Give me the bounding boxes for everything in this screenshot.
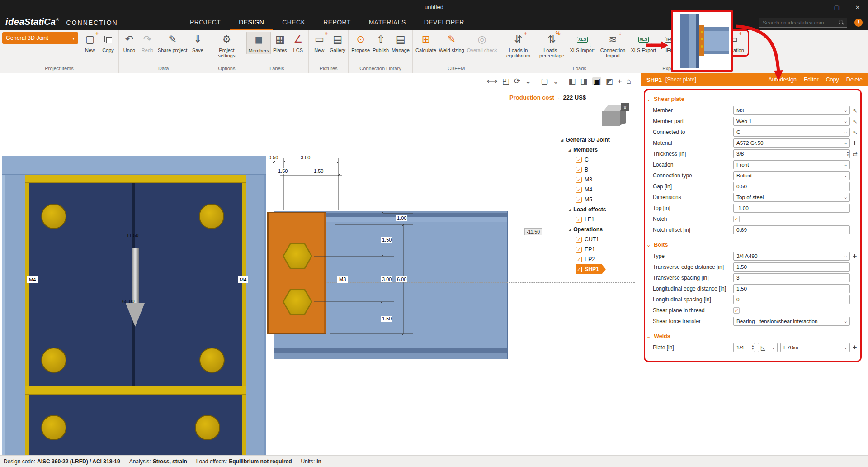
view-wireframe-icon[interactable]: ◩ (606, 77, 613, 85)
prop-input-top-in[interactable]: -1.00 (733, 204, 850, 213)
section-header-shear-plate[interactable]: ⌄Shear plate (641, 93, 868, 105)
prop-select-member-part[interactable]: Web 1⌄ (733, 117, 850, 126)
search-box[interactable] (759, 18, 847, 28)
spinner-arrows[interactable]: ▴▾ (752, 344, 754, 350)
view-front-icon[interactable]: ◨ (580, 77, 588, 85)
panel-action-copy[interactable]: Copy (826, 76, 839, 83)
plus-icon[interactable]: + (853, 344, 857, 351)
weld-type-select[interactable]: ◺⌄ (758, 343, 778, 352)
visibility-checkbox[interactable]: ✓ (576, 167, 582, 173)
tree-item-shp1[interactable]: ✓SHP1 (576, 264, 602, 274)
view-top-icon[interactable]: ◧ (569, 77, 576, 85)
maximize-button[interactable]: ▢ (826, 0, 847, 15)
tree-item-b[interactable]: ✓B (576, 165, 588, 175)
visibility-checkbox[interactable]: ✓ (576, 237, 582, 243)
panel-action-delete[interactable]: Delete (846, 76, 863, 83)
tab-check[interactable]: CHECK (273, 15, 314, 30)
ribbon-button-undo[interactable]: ↶Undo (120, 32, 138, 53)
ribbon-button-xls-import[interactable]: XLS↓XLS Import (569, 32, 596, 53)
panel-action-autodesign[interactable]: Autodesign (768, 76, 797, 83)
ribbon-button-share-project[interactable]: ✎Share project (156, 32, 189, 53)
prop-checkbox-shear-plane-in-thread[interactable]: ✓ (733, 307, 740, 314)
section-header-bolts[interactable]: ⌄Bolts (641, 239, 868, 251)
plus-icon[interactable]: + (853, 253, 857, 260)
ribbon-button-new-operation[interactable]: ▭+Operation (721, 32, 745, 53)
prop-input-transverse-spacing-in[interactable]: 3 (733, 273, 850, 282)
ribbon-button-save[interactable]: ⇓Save (189, 32, 207, 53)
tab-design[interactable]: DESIGN (230, 15, 273, 30)
prop-select-connected-to[interactable]: C⌄ (733, 128, 850, 137)
visibility-checkbox[interactable]: ✓ (576, 157, 582, 163)
prop-input-longitudinal-spacing-in[interactable]: 0 (733, 295, 850, 304)
tab-project[interactable]: PROJECT (181, 15, 230, 30)
ribbon-button-picture-new[interactable]: ▭+New (310, 32, 328, 53)
ribbon-button-manage[interactable]: ▤Manage (390, 32, 411, 53)
measure-icon[interactable]: ⟷ (486, 77, 497, 85)
tree-section-members[interactable]: ◢Members (568, 145, 598, 155)
view-cube[interactable]: x (601, 103, 630, 129)
prop-input-thickness-in[interactable]: 3/8▴▾ (733, 149, 850, 158)
tab-developer[interactable]: DEVELOPER (415, 15, 473, 30)
prop-input-gap-in[interactable]: 0.50 (733, 182, 850, 191)
expand-arrow-icon[interactable]: ◢ (568, 208, 571, 212)
tree-item-ep1[interactable]: ✓EP1 (576, 244, 595, 254)
view-solid-icon[interactable]: ▣ (592, 77, 601, 85)
prop-select-location[interactable]: Front⌄ (733, 160, 850, 169)
picker-icon[interactable]: ↖ (853, 129, 858, 135)
prop-select-material[interactable]: A572 Gr.50⌄ (733, 138, 850, 148)
panel-action-editor[interactable]: Editor (804, 76, 819, 83)
tree-item-m5[interactable]: ✓M5 (576, 195, 592, 205)
prop-input-plate-in[interactable]: 1/4▴▾ (733, 343, 755, 352)
select-mode-icon[interactable]: ▢ (541, 77, 548, 85)
tree-item-le1[interactable]: ✓LE1 (576, 214, 594, 224)
ribbon-button-labels-members[interactable]: ◼Members (246, 32, 271, 54)
ribbon-button-publish[interactable]: ⇧Publish (371, 32, 390, 53)
spinner-arrows[interactable]: ▴▾ (847, 150, 849, 157)
minimize-button[interactable]: – (806, 0, 826, 15)
ribbon-button-loads-percentage[interactable]: ⇅%Loads - percentage (535, 32, 569, 59)
tree-section-operations[interactable]: ◢Operations (568, 224, 603, 234)
ribbon-button-labels-plates[interactable]: ▦Plates (271, 32, 289, 53)
tree-item-m4[interactable]: ✓M4 (576, 185, 592, 195)
ribbon-button-ifc-export[interactable]: IFCIFC (660, 32, 679, 53)
expand-arrow-icon[interactable]: ◢ (568, 148, 571, 152)
prop-input-transverse-edge-distance-in[interactable]: 1.50 (733, 262, 850, 272)
prop-select-electrode[interactable]: E70xx⌄ (780, 343, 850, 352)
ribbon-button-propose[interactable]: ⊙Propose (350, 32, 371, 53)
expand-arrow-icon[interactable]: ◢ (561, 138, 563, 142)
prop-select-shear-force-transfer[interactable]: Bearing - tension/shear interaction⌄ (733, 317, 850, 326)
select-caret-icon[interactable]: ⌄ (552, 77, 559, 85)
visibility-checkbox[interactable]: ✓ (576, 267, 582, 272)
ribbon-button-connection-import[interactable]: ≋↓Connection Import (596, 32, 630, 59)
ribbon-button-gallery[interactable]: ▤Gallery (328, 32, 347, 53)
search-input[interactable] (763, 20, 836, 25)
ribbon-button-loads-in-equilibrium[interactable]: ⇵+Loads in equilibrium (502, 32, 535, 59)
ribbon-button-labels-lcs[interactable]: ∠LCS (289, 32, 307, 53)
tree-item-m3[interactable]: ✓M3 (576, 175, 592, 185)
prop-input-longitudinal-edge-distance-in[interactable]: 1.50 (733, 284, 850, 293)
joint-type-dropdown[interactable]: General 3D Joint▾ (2, 32, 78, 44)
prop-select-dimensions[interactable]: Top of steel⌄ (733, 193, 850, 202)
plus-icon[interactable]: + (853, 139, 857, 147)
prop-select-connection-type[interactable]: Bolted⌄ (733, 171, 850, 180)
ribbon-button-new-load[interactable]: ⇊+Load (703, 32, 721, 53)
close-button[interactable]: ✕ (847, 0, 868, 15)
ribbon-button-project-settings[interactable]: ⚙Project settings (210, 32, 243, 59)
section-header-welds[interactable]: ⌄Welds (641, 330, 868, 342)
pan-icon[interactable]: + (618, 77, 622, 85)
tree-item-c[interactable]: ✓C (576, 155, 589, 165)
picker-icon[interactable]: ↖ (853, 119, 858, 124)
tree-root[interactable]: ◢General 3D Joint (561, 135, 610, 145)
tree-item-ep2[interactable]: ✓EP2 (576, 254, 595, 264)
notifications-icon[interactable]: ! (854, 19, 863, 27)
visibility-checkbox[interactable]: ✓ (576, 217, 582, 223)
picker-icon[interactable]: ↖ (853, 108, 858, 114)
tab-materials[interactable]: MATERIALS (360, 15, 415, 30)
tab-report[interactable]: REPORT (314, 15, 360, 30)
prop-select-member[interactable]: M3⌄ (733, 106, 850, 115)
swap-icon[interactable]: ⇄ (853, 151, 858, 157)
ribbon-button-copy-project-item[interactable]: Copy (99, 32, 117, 53)
visibility-checkbox[interactable]: ✓ (576, 197, 582, 203)
prop-checkbox-notch[interactable]: ✓ (733, 216, 740, 222)
ribbon-button-calculate[interactable]: ⊞Calculate (414, 32, 438, 53)
